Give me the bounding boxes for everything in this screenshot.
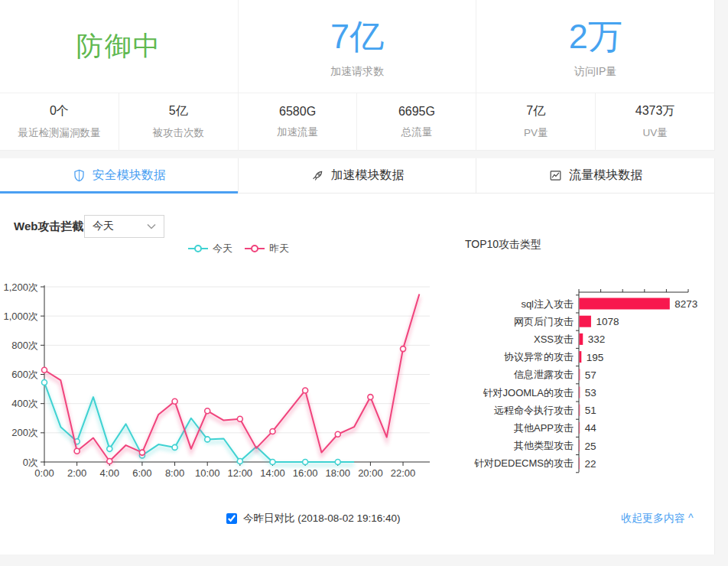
stat-label: PV量 xyxy=(524,126,548,140)
svg-text:25: 25 xyxy=(585,441,596,452)
svg-text:8273: 8273 xyxy=(674,298,697,310)
security-module-content: Web攻击拦截 今天 今天 xyxy=(0,194,714,555)
legend-yesterday[interactable]: 昨天 xyxy=(245,242,289,255)
time-range-select[interactable]: 今天 xyxy=(84,215,164,238)
svg-text:4:00: 4:00 xyxy=(100,467,119,479)
compare-label: 今昨日对比 (2018-08-02 19:16:40) xyxy=(243,512,401,525)
svg-text:网页后门攻击: 网页后门攻击 xyxy=(514,316,574,327)
svg-text:其他类型攻击: 其他类型攻击 xyxy=(514,440,574,451)
stat-label: 总流量 xyxy=(401,125,433,139)
svg-text:信息泄露攻击: 信息泄露攻击 xyxy=(513,369,574,380)
svg-text:1,000次: 1,000次 xyxy=(3,311,38,322)
svg-text:14:00: 14:00 xyxy=(260,467,285,479)
today-series-glyph xyxy=(188,244,208,253)
legend-label: 今天 xyxy=(213,242,232,255)
stat-value: 5亿 xyxy=(169,103,188,119)
tab-security[interactable]: 安全模块数据 xyxy=(0,158,238,193)
svg-text:53: 53 xyxy=(585,387,596,398)
svg-text:22: 22 xyxy=(585,458,596,470)
module-data-section: 安全模块数据 加速模块数据 流量模块数据 Web攻击拦截 xyxy=(0,158,715,555)
tab-label: 流量模块数据 xyxy=(569,168,642,184)
svg-text:针对DEDECMS的攻击: 针对DEDECMS的攻击 xyxy=(474,457,574,469)
stat-value: 4373万 xyxy=(635,103,675,119)
collapse-link[interactable]: 收起更多内容 ^ xyxy=(621,512,693,525)
stat-label: 被攻击次数 xyxy=(152,126,204,140)
svg-text:协议异常的攻击: 协议异常的攻击 xyxy=(504,351,574,363)
svg-text:16:00: 16:00 xyxy=(293,467,318,479)
svg-text:XSS攻击: XSS攻击 xyxy=(534,333,574,345)
stat-uv: 4373万 UV量 xyxy=(595,93,714,150)
svg-text:600次: 600次 xyxy=(11,369,38,380)
svg-text:远程命令执行攻击: 远程命令执行攻击 xyxy=(494,405,574,416)
svg-text:其他APP攻击: 其他APP攻击 xyxy=(514,422,574,434)
compare-toggle[interactable]: 今昨日对比 (2018-08-02 19:16:40) xyxy=(226,512,401,525)
stat-label: 加速流量 xyxy=(277,125,318,139)
tab-traffic[interactable]: 流量模块数据 xyxy=(476,158,714,193)
svg-text:22:00: 22:00 xyxy=(391,467,416,479)
svg-text:18:00: 18:00 xyxy=(325,467,350,479)
stat-value: 0个 xyxy=(50,103,69,119)
svg-text:400次: 400次 xyxy=(11,398,38,409)
traffic-chart-icon xyxy=(548,168,563,183)
visit-ip-label: 访问IP量 xyxy=(574,65,616,79)
chevron-down-icon xyxy=(147,223,156,229)
tab-label: 安全模块数据 xyxy=(93,168,166,184)
rocket-icon xyxy=(310,168,325,183)
time-range-value: 今天 xyxy=(93,220,114,233)
web-attack-title: Web攻击拦截 xyxy=(14,220,83,234)
svg-text:332: 332 xyxy=(588,333,606,345)
svg-text:195: 195 xyxy=(587,352,604,363)
stat-total-traffic: 6695G 总流量 xyxy=(356,93,476,150)
accel-requests-card: 7亿 加速请求数 xyxy=(238,0,476,93)
defense-status-card: 防御中 xyxy=(0,0,238,93)
svg-text:44: 44 xyxy=(585,422,597,434)
tab-label: 加速模块数据 xyxy=(331,168,405,184)
svg-text:sql注入攻击: sql注入攻击 xyxy=(521,298,574,310)
svg-text:200次: 200次 xyxy=(11,427,38,438)
svg-text:6:00: 6:00 xyxy=(132,467,151,479)
svg-text:1078: 1078 xyxy=(596,316,619,327)
svg-text:2:00: 2:00 xyxy=(67,467,86,479)
svg-text:针对JOOMLA的攻击: 针对JOOMLA的攻击 xyxy=(483,387,574,398)
legend-today[interactable]: 今天 xyxy=(188,242,232,255)
svg-text:12:00: 12:00 xyxy=(228,467,253,479)
svg-text:0:00: 0:00 xyxy=(34,467,54,479)
top10-bar-chart: sql注入攻击8273网页后门攻击1078XSS攻击332协议异常的攻击195信… xyxy=(459,282,715,475)
stat-value: 6695G xyxy=(398,105,435,119)
dashboard: 防御中 7亿 加速请求数 2万 访问IP量 0个 最近检测漏洞数量 5亿 被攻击… xyxy=(0,0,728,566)
visit-ip-value: 2万 xyxy=(569,14,622,60)
yesterday-series-glyph xyxy=(245,244,265,253)
stat-pv: 7亿 PV量 xyxy=(476,93,595,150)
line-chart-legend: 今天 昨天 xyxy=(188,242,289,255)
svg-text:0次: 0次 xyxy=(23,457,38,468)
stat-label: UV量 xyxy=(642,126,667,140)
legend-label: 昨天 xyxy=(269,242,289,255)
svg-text:10:00: 10:00 xyxy=(195,467,220,479)
visit-ip-card: 2万 访问IP量 xyxy=(476,0,714,93)
web-attack-line-chart: 0次200次400次600次800次1,000次1,200次0:002:004:… xyxy=(0,275,447,483)
shield-icon xyxy=(72,168,86,183)
svg-text:57: 57 xyxy=(585,369,596,381)
stat-accel-traffic: 6580G 加速流量 xyxy=(238,93,357,150)
stat-value: 7亿 xyxy=(526,103,545,119)
stat-value: 6580G xyxy=(279,105,316,119)
tab-acceleration[interactable]: 加速模块数据 xyxy=(238,158,476,193)
svg-text:20:00: 20:00 xyxy=(358,467,383,479)
hero-stats-section: 防御中 7亿 加速请求数 2万 访问IP量 xyxy=(0,0,715,93)
svg-text:1,200次: 1,200次 xyxy=(3,281,38,293)
sub-stats-section: 0个 最近检测漏洞数量 5亿 被攻击次数 6580G 加速流量 6695G 总流… xyxy=(0,93,715,151)
module-tabbar: 安全模块数据 加速模块数据 流量模块数据 xyxy=(0,158,714,194)
svg-text:51: 51 xyxy=(585,405,596,416)
stat-vulns: 0个 最近检测漏洞数量 xyxy=(0,93,119,150)
accel-requests-value: 7亿 xyxy=(330,14,384,60)
stat-label: 最近检测漏洞数量 xyxy=(18,126,100,140)
svg-text:8:00: 8:00 xyxy=(165,467,184,479)
compare-checkbox[interactable] xyxy=(226,513,237,524)
svg-text:800次: 800次 xyxy=(11,340,38,351)
accel-requests-label: 加速请求数 xyxy=(330,65,384,79)
top10-title: TOP10攻击类型 xyxy=(465,238,541,252)
stat-attacks: 5亿 被攻击次数 xyxy=(119,93,238,150)
defense-status-value: 防御中 xyxy=(76,28,161,64)
